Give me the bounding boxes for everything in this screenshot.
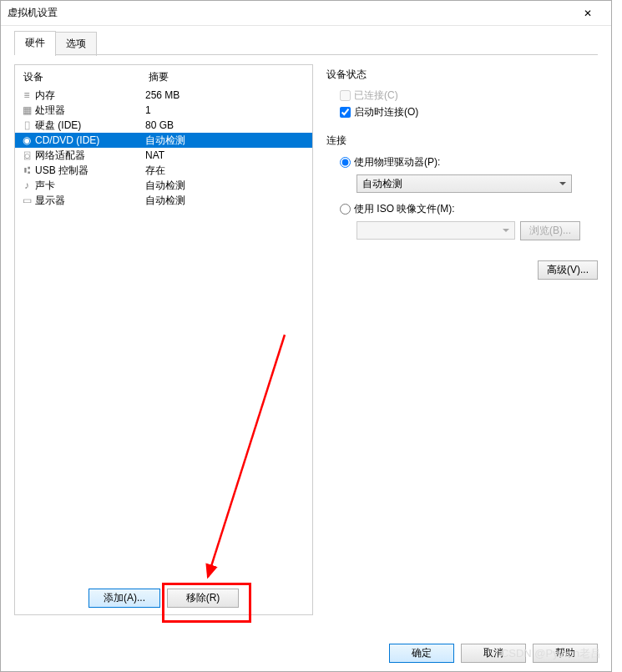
add-button[interactable]: 添加(A)... <box>88 589 160 608</box>
device-icon: ♪ <box>20 179 33 191</box>
connection-group: 使用物理驱动器(P): 自动检测 使用 ISO 映像文件(M): 浏览(B)..… <box>326 153 598 240</box>
connect-on-start-label: 启动时连接(O) <box>354 105 418 119</box>
device-name: 处理器 <box>33 104 145 118</box>
iso-path-input <box>357 221 515 240</box>
tab-options[interactable]: 选项 <box>55 32 97 56</box>
device-name: CD/DVD (IDE) <box>33 134 145 146</box>
help-button[interactable]: 帮助 <box>533 644 598 663</box>
device-rows: ≡内存256 MB▦处理器1⌷硬盘 (IDE)80 GB◉CD/DVD (IDE… <box>15 88 312 614</box>
device-row[interactable]: ♪声卡自动检测 <box>15 178 312 193</box>
device-icon: ⑆ <box>20 164 33 176</box>
device-name: USB 控制器 <box>33 164 145 178</box>
iso-input-row: 浏览(B)... <box>357 221 598 240</box>
connect-on-start-row[interactable]: 启动时连接(O) <box>340 104 598 120</box>
device-row[interactable]: ⑆USB 控制器存在 <box>15 163 312 178</box>
device-detail-panel: 设备状态 已连接(C) 启动时连接(O) 连接 使用物理驱动器(P): <box>326 64 598 615</box>
iso-radio[interactable] <box>340 204 351 215</box>
device-summary: 256 MB <box>145 89 307 101</box>
device-row[interactable]: ▦处理器1 <box>15 103 312 118</box>
device-icon: ⌷ <box>20 119 33 131</box>
tab-strip: 硬件 选项 <box>1 26 611 55</box>
ok-button[interactable]: 确定 <box>389 644 454 663</box>
connected-label: 已连接(C) <box>354 88 398 103</box>
connected-checkbox <box>340 90 351 101</box>
device-summary: 存在 <box>145 164 307 178</box>
device-name: 声卡 <box>33 179 145 193</box>
iso-label: 使用 ISO 映像文件(M): <box>354 202 455 216</box>
close-icon: ✕ <box>584 8 592 19</box>
device-row[interactable]: ▭显示器自动检测 <box>15 193 312 208</box>
device-icon: ▦ <box>20 104 33 116</box>
device-summary: 1 <box>145 104 307 116</box>
device-name: 网络适配器 <box>33 149 145 163</box>
device-summary: 80 GB <box>145 119 307 131</box>
device-name: 显示器 <box>33 194 145 208</box>
device-icon: ▭ <box>20 195 33 206</box>
content-area: 设备 摘要 ≡内存256 MB▦处理器1⌷硬盘 (IDE)80 GB◉CD/DV… <box>1 56 611 615</box>
cancel-button[interactable]: 取消 <box>461 644 526 663</box>
device-row[interactable]: ≡内存256 MB <box>15 88 312 103</box>
advanced-button[interactable]: 高级(V)... <box>538 260 598 280</box>
device-list-panel: 设备 摘要 ≡内存256 MB▦处理器1⌷硬盘 (IDE)80 GB◉CD/DV… <box>14 64 313 615</box>
vm-settings-dialog: 虚拟机设置 ✕ 硬件 选项 设备 摘要 ≡内存256 MB▦处理器1⌷硬盘 (I… <box>0 0 612 672</box>
device-icon: ⌼ <box>20 149 33 161</box>
column-summary: 摘要 <box>149 70 169 84</box>
device-icon: ≡ <box>20 89 33 101</box>
device-summary: 自动检测 <box>145 179 307 193</box>
column-device: 设备 <box>23 70 149 84</box>
physical-drive-label: 使用物理驱动器(P): <box>354 155 440 169</box>
device-list-header: 设备 摘要 <box>15 65 312 88</box>
device-icon: ◉ <box>20 134 33 146</box>
close-button[interactable]: ✕ <box>571 2 604 25</box>
dialog-footer: 确定 取消 帮助 <box>389 644 598 663</box>
physical-drive-dropdown[interactable]: 自动检测 <box>357 174 572 193</box>
device-row[interactable]: ⌷硬盘 (IDE)80 GB <box>15 118 312 133</box>
physical-drive-radio-row[interactable]: 使用物理驱动器(P): <box>340 153 598 171</box>
browse-button: 浏览(B)... <box>520 221 580 240</box>
device-row[interactable]: ⌼网络适配器NAT <box>15 148 312 163</box>
device-name: 硬盘 (IDE) <box>33 119 145 133</box>
window-title: 虚拟机设置 <box>8 6 571 20</box>
device-summary: 自动检测 <box>145 194 307 208</box>
remove-button[interactable]: 移除(R) <box>167 589 239 608</box>
connected-checkbox-row: 已连接(C) <box>340 87 598 104</box>
titlebar: 虚拟机设置 ✕ <box>1 1 611 26</box>
iso-radio-row[interactable]: 使用 ISO 映像文件(M): <box>340 200 598 218</box>
device-summary: 自动检测 <box>145 134 307 148</box>
status-group-title: 设备状态 <box>326 68 598 82</box>
status-group: 已连接(C) 启动时连接(O) <box>326 87 598 120</box>
connect-on-start-checkbox[interactable] <box>340 107 351 118</box>
advanced-row: 高级(V)... <box>326 260 598 280</box>
tab-hardware[interactable]: 硬件 <box>14 31 56 55</box>
device-row[interactable]: ◉CD/DVD (IDE)自动检测 <box>15 133 312 148</box>
device-buttons: 添加(A)... 移除(R) <box>15 589 312 608</box>
device-summary: NAT <box>145 149 307 161</box>
connection-group-title: 连接 <box>326 134 598 148</box>
device-name: 内存 <box>33 88 145 103</box>
physical-drive-radio[interactable] <box>340 157 351 168</box>
tab-underline <box>14 54 598 55</box>
